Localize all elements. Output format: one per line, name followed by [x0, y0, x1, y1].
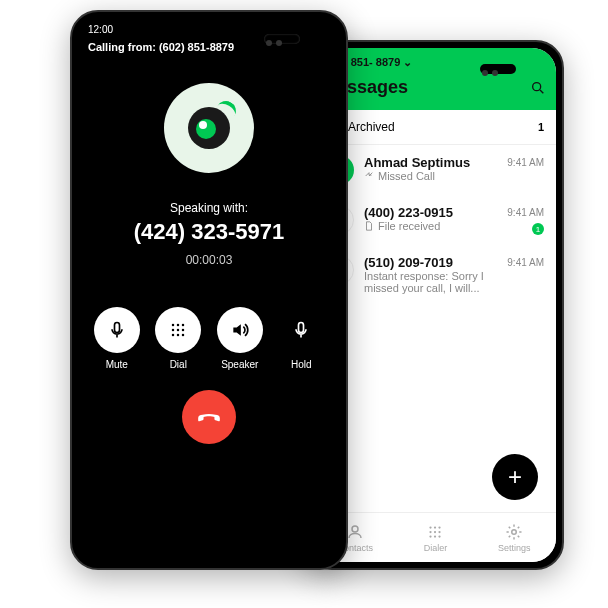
- phone-call-screen: 12:00 Calling from: (602) 851-8879 Speak…: [78, 18, 340, 562]
- phone-call: 12:00 Calling from: (602) 851-8879 Speak…: [70, 10, 348, 570]
- svg-point-9: [430, 535, 432, 537]
- phone-icon: [196, 404, 222, 430]
- file-icon: [364, 221, 374, 231]
- message-time: 9:41 AM: [507, 257, 544, 268]
- plus-icon: +: [508, 463, 522, 491]
- chevron-down-icon: ⌄: [403, 56, 412, 68]
- dialer-icon: [426, 523, 444, 541]
- speaking-with-label: Speaking with:: [78, 201, 340, 215]
- svg-point-3: [430, 526, 432, 528]
- message-subtitle: Instant response: Sorry I missed your ca…: [364, 270, 504, 294]
- svg-point-16: [182, 324, 185, 327]
- caller-avatar: [164, 83, 254, 173]
- svg-point-6: [430, 530, 432, 532]
- svg-point-18: [177, 329, 180, 332]
- camera-cutout: [480, 64, 516, 74]
- message-time: 9:41 AM: [507, 207, 544, 218]
- svg-point-2: [352, 526, 358, 532]
- missed-call-icon: [364, 171, 374, 181]
- svg-point-15: [177, 324, 180, 327]
- message-time: 9:41 AM: [507, 157, 544, 168]
- svg-point-22: [182, 334, 185, 337]
- settings-icon: [505, 523, 523, 541]
- message-subtitle: File received: [364, 220, 544, 232]
- dial-button[interactable]: Dial: [155, 307, 201, 370]
- archived-row[interactable]: Archived 1: [312, 110, 556, 145]
- unread-badge: 1: [532, 223, 544, 235]
- message-subtitle: Missed Call: [364, 170, 544, 182]
- svg-point-17: [172, 329, 175, 332]
- compose-button[interactable]: +: [492, 454, 538, 500]
- archived-label: Archived: [348, 120, 395, 134]
- svg-point-20: [172, 334, 175, 337]
- dialpad-icon: [168, 320, 188, 340]
- call-number: (424) 323-5971: [78, 219, 340, 245]
- svg-point-0: [533, 82, 541, 90]
- message-item[interactable]: (400) 223-0915 File received 9:41 AM 1: [312, 195, 556, 245]
- phone-messages-screen: (602) 851- 8879 ⌄ Messages Archived 1 AS…: [312, 48, 556, 562]
- speaker-icon: [230, 320, 250, 340]
- svg-point-11: [439, 535, 441, 537]
- status-time: 12:00: [88, 24, 113, 35]
- svg-rect-23: [299, 323, 304, 333]
- nav-dialer[interactable]: Dialer: [424, 523, 448, 553]
- status-bar: 12:00: [78, 18, 340, 41]
- hangup-button[interactable]: [182, 390, 236, 444]
- nav-settings[interactable]: Settings: [498, 523, 531, 553]
- search-icon[interactable]: [530, 80, 546, 96]
- messages-header: (602) 851- 8879 ⌄ Messages: [312, 48, 556, 110]
- svg-point-10: [434, 535, 436, 537]
- contacts-icon: [346, 523, 364, 541]
- speaker-button[interactable]: Speaker: [217, 307, 263, 370]
- svg-point-4: [434, 526, 436, 528]
- calling-from-label: Calling from: (602) 851-8879: [78, 41, 340, 53]
- svg-point-21: [177, 334, 180, 337]
- mic-icon: [107, 320, 127, 340]
- eye-icon: [188, 107, 230, 149]
- bottom-nav: Contacts Dialer Settings: [312, 512, 556, 562]
- message-item[interactable]: AS Ahmad Septimus Missed Call 9:41 AM: [312, 145, 556, 195]
- call-controls: Mute Dial Speaker Hold: [78, 307, 340, 370]
- svg-point-5: [439, 526, 441, 528]
- svg-point-19: [182, 329, 185, 332]
- svg-point-7: [434, 530, 436, 532]
- svg-point-14: [172, 324, 175, 327]
- mute-button[interactable]: Mute: [94, 307, 140, 370]
- svg-rect-13: [114, 323, 119, 333]
- message-item[interactable]: (510) 209-7019 Instant response: Sorry I…: [312, 245, 556, 304]
- camera-cutout: [264, 34, 300, 44]
- svg-point-8: [439, 530, 441, 532]
- svg-point-12: [512, 529, 517, 534]
- archived-count: 1: [538, 121, 544, 133]
- mic-icon: [291, 320, 311, 340]
- svg-line-1: [540, 90, 543, 93]
- hold-button[interactable]: Hold: [278, 307, 324, 370]
- call-timer: 00:00:03: [78, 253, 340, 267]
